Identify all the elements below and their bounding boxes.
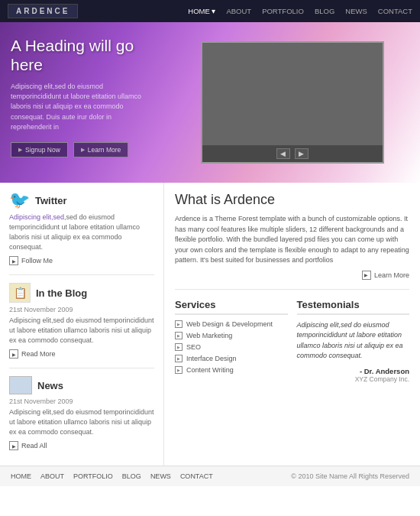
news-title: News	[37, 380, 63, 391]
footer-nav-blog[interactable]: BLOG	[122, 472, 141, 480]
twitter-link[interactable]: Adipiscing elit,sed	[9, 213, 64, 221]
twitter-icon: 🐦	[9, 192, 30, 209]
slider-container: ◀ ▶	[201, 41, 384, 164]
learn-more-hero-button[interactable]: ▶ Learn More	[73, 142, 128, 157]
slider-prev-button[interactable]: ◀	[276, 148, 290, 159]
twitter-text: Adipiscing elit,sed,sed do eiusmod tempo…	[9, 213, 154, 252]
service-bullet-1: ▶	[175, 320, 183, 328]
slider-next-button[interactable]: ▶	[295, 148, 309, 159]
nav-home[interactable]: HOME ▾	[188, 7, 215, 15]
main-content: 🐦 Twitter Adipiscing elit,sed,sed do eiu…	[0, 183, 420, 466]
divider-2	[9, 368, 154, 368]
hero-section: A Heading will go here Adipiscing elit,s…	[0, 22, 420, 183]
footer-copyright: © 2010 Site Name All Rights Reserved	[291, 472, 409, 480]
what-section: What is Ardence Ardence is a Theme Fores…	[175, 192, 409, 290]
read-more-play-icon: ▶	[9, 349, 18, 359]
service-bullet-4: ▶	[175, 355, 183, 362]
what-text: Ardence is a Theme Forest template with …	[175, 214, 409, 266]
signup-play-icon: ▶	[18, 147, 22, 153]
testimonial-author: - Dr. Anderson	[297, 367, 410, 375]
what-title: What is Ardence	[175, 192, 409, 208]
footer-nav: HOME ABOUT PORTFOLIO BLOG NEWS CONTACT	[11, 472, 213, 480]
hero-right: ◀ ▶	[164, 22, 420, 183]
footer-nav-news[interactable]: NEWS	[150, 472, 171, 480]
read-all-play-icon: ▶	[9, 441, 18, 450]
read-more-button[interactable]: ▶ Read More	[9, 349, 154, 359]
news-header: News	[9, 376, 154, 394]
testimonial-text: Adipiscing elit,sed do eiusmod temporinc…	[297, 320, 410, 362]
service-item-4: ▶ Interface Design	[175, 355, 288, 362]
services-testimonials: Services ▶ Web Design & Development ▶ We…	[175, 299, 409, 383]
blog-title: In the Blog	[36, 287, 87, 299]
hero-heading: A Heading will go here	[11, 36, 153, 74]
site-footer: HOME ABOUT PORTFOLIO BLOG NEWS CONTACT ©…	[0, 466, 420, 486]
twitter-header: 🐦 Twitter	[9, 192, 154, 209]
nav-contact[interactable]: CONTACT	[378, 7, 412, 15]
hero-left: A Heading will go here Adipiscing elit,s…	[0, 22, 164, 183]
hero-text: Adipiscing elit,sed do eiusmod temporinc…	[11, 82, 153, 131]
nav-portfolio[interactable]: PORTFOLIO	[262, 7, 304, 15]
blog-section: 📋 In the Blog 21st November 2009 Adipisc…	[9, 283, 154, 359]
read-all-button[interactable]: ▶ Read All	[9, 441, 154, 450]
divider-1	[9, 274, 154, 275]
footer-nav-home[interactable]: HOME	[11, 472, 31, 480]
right-column: What is Ardence Ardence is a Theme Fores…	[164, 183, 420, 466]
signup-button[interactable]: ▶ Signup Now	[11, 142, 68, 157]
logo[interactable]: ARDENCE	[8, 4, 78, 18]
service-bullet-3: ▶	[175, 343, 183, 351]
footer-nav-about[interactable]: ABOUT	[40, 472, 64, 480]
site-header: ARDENCE HOME ▾ ABOUT PORTFOLIO BLOG NEWS…	[0, 0, 420, 22]
news-thumbnail	[9, 376, 32, 394]
testimonials-title: Testemonials	[297, 299, 410, 315]
twitter-title: Twitter	[35, 195, 67, 206]
testimonial-company: XYZ Company Inc.	[297, 375, 410, 383]
service-bullet-2: ▶	[175, 332, 183, 339]
news-date: 21st November 2009	[9, 398, 154, 405]
news-section: News 21st November 2009 Adipiscing elit,…	[9, 376, 154, 450]
nav-news[interactable]: NEWS	[345, 7, 367, 15]
blog-date: 21st November 2009	[9, 306, 154, 313]
services-title: Services	[175, 299, 288, 315]
nav-blog[interactable]: BLOG	[315, 7, 334, 15]
service-item-2: ▶ Web Marketing	[175, 332, 288, 339]
follow-me-button[interactable]: ▶ Follow Me	[9, 256, 154, 265]
news-text: Adipiscing elit,sed do eiusmod temporinc…	[9, 407, 154, 437]
blog-text: Adipiscing elit,sed do eiusmod temporinc…	[9, 316, 154, 346]
blog-icon: 📋	[9, 283, 31, 303]
blog-header: 📋 In the Blog	[9, 283, 154, 303]
service-item-1: ▶ Web Design & Development	[175, 320, 288, 328]
twitter-section: 🐦 Twitter Adipiscing elit,sed,sed do eiu…	[9, 192, 154, 265]
slider-controls: ◀ ▶	[202, 145, 383, 162]
service-bullet-5: ▶	[175, 366, 183, 374]
service-item-5: ▶ Content Writing	[175, 366, 288, 374]
service-item-3: ▶ SEO	[175, 343, 288, 351]
footer-nav-portfolio[interactable]: PORTFOLIO	[73, 472, 113, 480]
services-column: Services ▶ Web Design & Development ▶ We…	[175, 299, 288, 383]
hero-buttons: ▶ Signup Now ▶ Learn More	[11, 142, 153, 157]
slider-image	[202, 43, 383, 145]
learn-more-right-play-icon: ▶	[362, 271, 371, 280]
footer-nav-contact[interactable]: CONTACT	[180, 472, 213, 480]
learn-play-icon: ▶	[81, 147, 85, 153]
follow-play-icon: ▶	[9, 256, 18, 265]
nav-about[interactable]: ABOUT	[226, 7, 251, 15]
left-column: 🐦 Twitter Adipiscing elit,sed,sed do eiu…	[0, 183, 164, 466]
testimonials-column: Testemonials Adipiscing elit,sed do eius…	[297, 299, 410, 383]
main-nav: HOME ▾ ABOUT PORTFOLIO BLOG NEWS CONTACT	[188, 7, 412, 15]
learn-more-right-button[interactable]: ▶ Learn More	[175, 271, 409, 280]
